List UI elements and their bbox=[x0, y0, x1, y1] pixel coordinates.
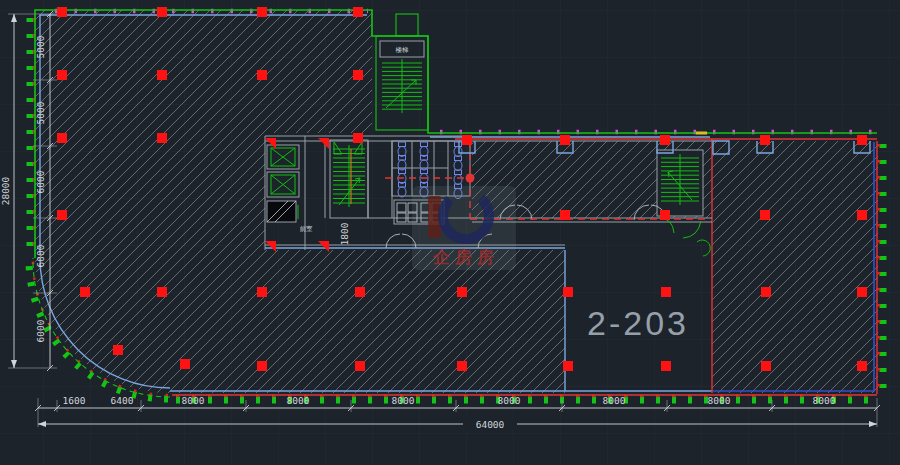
dim-left-1: 5000 bbox=[35, 101, 46, 124]
dim-left-0: 5000 bbox=[35, 35, 46, 58]
column-marker[interactable] bbox=[857, 287, 867, 297]
column-marker[interactable] bbox=[257, 7, 267, 17]
column-marker[interactable] bbox=[257, 70, 267, 80]
dim-bottom-3: 8000 bbox=[287, 395, 310, 406]
cad-viewport[interactable]: 楼梯 企房房 2-203 前室 1800 5000 5000 6000 6000… bbox=[0, 0, 900, 465]
dim-bottom-total: 64000 bbox=[476, 419, 505, 430]
dim-bottom-0: 1600 bbox=[63, 395, 86, 406]
column-marker[interactable] bbox=[457, 287, 467, 297]
column-marker[interactable] bbox=[563, 287, 573, 297]
column-marker[interactable] bbox=[157, 70, 167, 80]
column-marker[interactable] bbox=[57, 133, 67, 143]
dim-bottom-5: 8000 bbox=[498, 395, 521, 406]
stair-label: 楼梯 bbox=[396, 46, 409, 54]
column-marker[interactable] bbox=[760, 210, 770, 220]
service-shaft[interactable] bbox=[267, 201, 296, 222]
column-marker[interactable] bbox=[355, 361, 365, 371]
column-marker[interactable] bbox=[353, 70, 363, 80]
column-marker[interactable] bbox=[761, 361, 771, 371]
column-marker[interactable] bbox=[560, 135, 570, 145]
column-marker[interactable] bbox=[661, 361, 671, 371]
column-marker[interactable] bbox=[355, 287, 365, 297]
corridor-dim-label: 1800 bbox=[339, 222, 350, 245]
column-marker[interactable] bbox=[660, 210, 670, 220]
dim-left-3: 6000 bbox=[35, 244, 46, 267]
watermark: 企房房 bbox=[412, 184, 516, 270]
dim-left-total: 28000 bbox=[0, 176, 11, 205]
dim-bottom-1: 6400 bbox=[111, 395, 134, 406]
dim-left-4: 6000 bbox=[35, 319, 46, 342]
watermark-text: 企房房 bbox=[432, 247, 499, 267]
column-marker[interactable] bbox=[157, 287, 167, 297]
column-marker[interactable] bbox=[563, 361, 573, 371]
dim-bottom-2: 8000 bbox=[182, 395, 205, 406]
fire-line-node bbox=[466, 174, 475, 183]
room-label[interactable]: 2-203 bbox=[587, 304, 689, 342]
column-marker[interactable] bbox=[560, 210, 570, 220]
column-marker[interactable] bbox=[857, 361, 867, 371]
column-marker[interactable] bbox=[57, 7, 67, 17]
column-marker[interactable] bbox=[57, 70, 67, 80]
column-marker[interactable] bbox=[761, 287, 771, 297]
column-marker[interactable] bbox=[113, 345, 123, 355]
column-marker[interactable] bbox=[857, 210, 867, 220]
column-marker[interactable] bbox=[57, 210, 67, 220]
dim-bottom-4: 8000 bbox=[392, 395, 415, 406]
column-marker[interactable] bbox=[157, 7, 167, 17]
column-marker[interactable] bbox=[660, 135, 670, 145]
column-marker[interactable] bbox=[257, 361, 267, 371]
column-marker[interactable] bbox=[257, 287, 267, 297]
column-marker[interactable] bbox=[353, 7, 363, 17]
dim-bottom-8: 8000 bbox=[813, 395, 836, 406]
hatch-wing-right[interactable] bbox=[712, 141, 878, 393]
lobby-label: 前室 bbox=[300, 225, 314, 233]
column-marker[interactable] bbox=[180, 359, 190, 369]
column-marker[interactable] bbox=[353, 133, 363, 143]
column-marker[interactable] bbox=[157, 133, 167, 143]
column-marker[interactable] bbox=[457, 361, 467, 371]
dim-bottom-6: 8000 bbox=[603, 395, 626, 406]
column-marker[interactable] bbox=[80, 287, 90, 297]
column-marker[interactable] bbox=[661, 287, 671, 297]
dim-left-2: 6000 bbox=[35, 170, 46, 193]
cad-canvas[interactable]: 楼梯 企房房 2-203 前室 1800 5000 5000 6000 6000… bbox=[0, 0, 900, 465]
column-marker[interactable] bbox=[760, 135, 770, 145]
column-marker[interactable] bbox=[857, 135, 867, 145]
dim-bottom-7: 8000 bbox=[708, 395, 731, 406]
column-marker[interactable] bbox=[462, 135, 472, 145]
